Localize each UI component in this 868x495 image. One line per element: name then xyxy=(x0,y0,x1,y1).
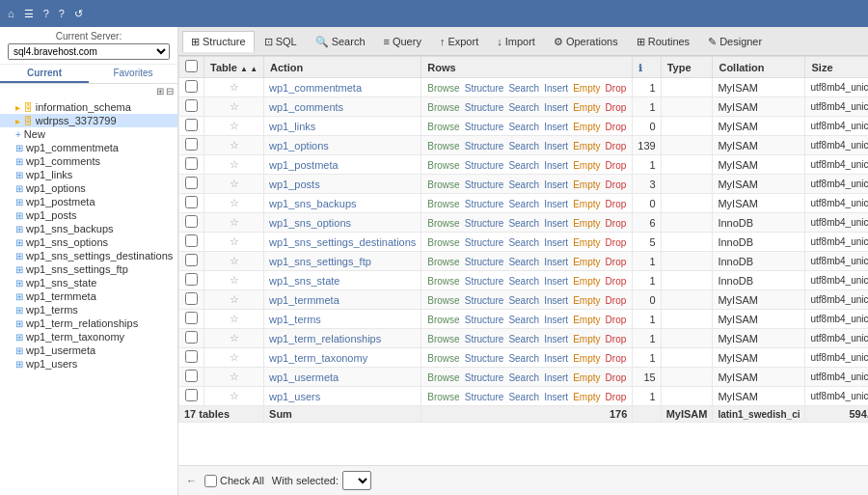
row-info-icon[interactable] xyxy=(661,97,713,117)
row-table-name[interactable]: wp1_links xyxy=(264,117,421,136)
row-info-icon[interactable] xyxy=(661,78,713,97)
help-icon[interactable]: ? xyxy=(43,8,49,19)
row-star[interactable]: ☆ xyxy=(204,213,264,233)
action-browse-wp1_terms[interactable]: Browse xyxy=(427,315,459,325)
sidebar-item-wp1_terms[interactable]: ⊞wp1_terms xyxy=(0,303,177,316)
action-empty-wp1_sns_settings_destinations[interactable]: Empty xyxy=(573,237,600,248)
action-search-wp1_links[interactable]: Search xyxy=(508,122,539,132)
sidebar-item-wp1_options[interactable]: ⊞wp1_options xyxy=(0,181,177,195)
row-checkbox[interactable] xyxy=(185,254,198,266)
sidebar-item-wp1_term_taxonomy[interactable]: ⊞wp1_term_taxonomy xyxy=(0,330,177,344)
action-insert-wp1_termmeta[interactable]: Insert xyxy=(544,295,568,306)
row-table-name[interactable]: wp1_term_taxonomy xyxy=(264,348,421,368)
action-drop-wp1_term_taxonomy[interactable]: Drop xyxy=(606,353,627,364)
action-browse-wp1_sns_settings_ftp[interactable]: Browse xyxy=(427,257,459,267)
row-table-name[interactable]: wp1_sns_state xyxy=(264,271,421,290)
action-search-wp1_comments[interactable]: Search xyxy=(508,102,539,113)
action-drop-wp1_termmeta[interactable]: Drop xyxy=(606,295,627,306)
row-table-name[interactable]: wp1_usermeta xyxy=(264,368,421,387)
action-empty-wp1_postmeta[interactable]: Empty xyxy=(573,160,600,171)
action-drop-wp1_sns_settings_ftp[interactable]: Drop xyxy=(606,257,627,267)
row-star[interactable]: ☆ xyxy=(204,368,264,387)
action-insert-wp1_options[interactable]: Insert xyxy=(544,141,568,151)
action-empty-wp1_posts[interactable]: Empty xyxy=(573,179,600,190)
sidebar-item-wp1_sns_state[interactable]: ⊞wp1_sns_state xyxy=(0,276,177,289)
row-star[interactable]: ☆ xyxy=(204,310,264,329)
row-info-icon[interactable] xyxy=(661,213,713,233)
tab-operations[interactable]: ⚙ Operations xyxy=(545,31,627,52)
row-star[interactable]: ☆ xyxy=(204,252,264,271)
row-info-icon[interactable] xyxy=(661,194,713,213)
row-checkbox[interactable] xyxy=(185,350,198,363)
action-empty-wp1_term_relationships[interactable]: Empty xyxy=(573,334,600,344)
action-search-wp1_sns_settings_ftp[interactable]: Search xyxy=(508,257,539,267)
action-search-wp1_sns_settings_destinations[interactable]: Search xyxy=(508,237,539,248)
row-star[interactable]: ☆ xyxy=(204,348,264,368)
row-checkbox[interactable] xyxy=(185,196,198,208)
sidebar-collapse-icon[interactable]: ⊟ xyxy=(166,86,174,96)
row-info-icon[interactable] xyxy=(661,252,713,271)
action-empty-wp1_terms[interactable]: Empty xyxy=(573,315,600,325)
action-insert-wp1_sns_state[interactable]: Insert xyxy=(544,276,568,287)
sidebar-item-wp1_comments[interactable]: ⊞wp1_comments xyxy=(0,154,177,168)
with-selected-dropdown[interactable] xyxy=(342,471,371,490)
row-info-icon[interactable] xyxy=(661,310,713,329)
row-checkbox[interactable] xyxy=(185,80,198,93)
row-star[interactable]: ☆ xyxy=(204,387,264,406)
tab-search[interactable]: 🔍 Search xyxy=(307,31,374,52)
action-structure-wp1_sns_state[interactable]: Structure xyxy=(465,276,504,287)
row-table-name-link[interactable]: wp1_termmeta xyxy=(269,294,339,306)
sidebar-expand-icon[interactable]: ⊞ xyxy=(156,86,164,96)
row-table-name-link[interactable]: wp1_sns_settings_destinations xyxy=(269,236,416,248)
row-star[interactable]: ☆ xyxy=(204,329,264,348)
action-browse-wp1_options[interactable]: Browse xyxy=(427,141,459,151)
action-browse-wp1_sns_settings_destinations[interactable]: Browse xyxy=(427,237,459,248)
row-star[interactable]: ☆ xyxy=(204,175,264,194)
row-checkbox[interactable] xyxy=(185,273,198,286)
row-info-icon[interactable] xyxy=(661,290,713,310)
row-table-name-link[interactable]: wp1_terms xyxy=(269,314,321,325)
action-structure-wp1_comments[interactable]: Structure xyxy=(465,102,504,113)
row-info-icon[interactable] xyxy=(661,117,713,136)
action-structure-wp1_sns_options[interactable]: Structure xyxy=(465,218,504,229)
sidebar-item-info_schema[interactable]: ▸ 🗄information_schema xyxy=(0,100,177,114)
action-insert-wp1_term_taxonomy[interactable]: Insert xyxy=(544,353,568,364)
action-search-wp1_commentmeta[interactable]: Search xyxy=(508,83,539,94)
action-insert-wp1_terms[interactable]: Insert xyxy=(544,315,568,325)
row-table-name[interactable]: wp1_termmeta xyxy=(264,290,421,310)
sidebar-item-wp1_usermeta[interactable]: ⊞wp1_usermeta xyxy=(0,344,177,357)
row-table-name-link[interactable]: wp1_links xyxy=(269,121,315,132)
action-structure-wp1_posts[interactable]: Structure xyxy=(465,179,504,190)
sidebar-item-wp1_term_relationships[interactable]: ⊞wp1_term_relationships xyxy=(0,316,177,330)
action-structure-wp1_usermeta[interactable]: Structure xyxy=(465,372,504,383)
header-table[interactable]: Table ▲ xyxy=(204,57,264,78)
action-browse-wp1_users[interactable]: Browse xyxy=(427,392,459,402)
row-checkbox[interactable] xyxy=(185,157,198,170)
sidebar-item-wp1_termmeta[interactable]: ⊞wp1_termmeta xyxy=(0,289,177,303)
row-table-name[interactable]: wp1_sns_backups xyxy=(264,194,421,213)
row-table-name-link[interactable]: wp1_term_relationships xyxy=(269,333,381,344)
row-table-name[interactable]: wp1_posts xyxy=(264,175,421,194)
sidebar-item-wp1_posts[interactable]: ⊞wp1_posts xyxy=(0,208,177,222)
action-structure-wp1_sns_settings_ftp[interactable]: Structure xyxy=(465,257,504,267)
action-search-wp1_terms[interactable]: Search xyxy=(508,315,539,325)
row-table-name-link[interactable]: wp1_posts xyxy=(269,179,320,190)
row-table-name-link[interactable]: wp1_sns_state xyxy=(269,275,339,287)
row-table-name[interactable]: wp1_commentmeta xyxy=(264,78,421,97)
action-empty-wp1_usermeta[interactable]: Empty xyxy=(573,372,600,383)
action-browse-wp1_comments[interactable]: Browse xyxy=(427,102,459,113)
action-structure-wp1_term_relationships[interactable]: Structure xyxy=(465,334,504,344)
sidebar-item-wp1_postmeta[interactable]: ⊞wp1_postmeta xyxy=(0,195,177,208)
action-drop-wp1_commentmeta[interactable]: Drop xyxy=(606,83,627,94)
row-table-name-link[interactable]: wp1_sns_backups xyxy=(269,198,357,209)
action-empty-wp1_sns_settings_ftp[interactable]: Empty xyxy=(573,257,600,267)
action-browse-wp1_sns_state[interactable]: Browse xyxy=(427,276,459,287)
row-checkbox[interactable] xyxy=(185,331,198,344)
action-empty-wp1_sns_backups[interactable]: Empty xyxy=(573,199,600,209)
row-checkbox[interactable] xyxy=(185,370,198,382)
row-table-name-link[interactable]: wp1_options xyxy=(269,140,329,151)
row-star[interactable]: ☆ xyxy=(204,271,264,290)
action-drop-wp1_sns_options[interactable]: Drop xyxy=(606,218,627,229)
row-info-icon[interactable] xyxy=(661,155,713,175)
action-structure-wp1_terms[interactable]: Structure xyxy=(465,315,504,325)
